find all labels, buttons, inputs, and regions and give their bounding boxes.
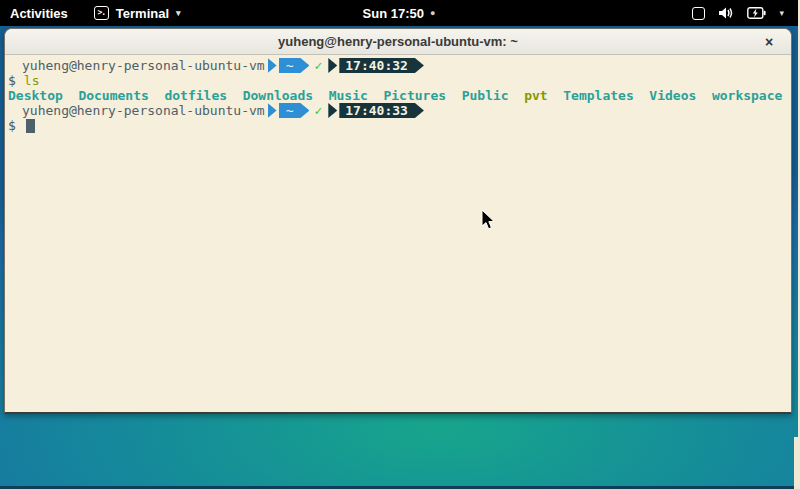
app-menu-terminal[interactable]: >. Terminal ▾	[94, 6, 181, 21]
text-cursor	[26, 119, 35, 133]
clock-label: Sun 17:50	[363, 6, 424, 21]
dir-entry: dotfiles	[164, 88, 227, 103]
dir-entry: workspace	[712, 88, 782, 103]
link-entry: pvt	[524, 88, 547, 103]
screen-right-edge-artifact	[794, 437, 800, 489]
top-bar: Activities >. Terminal ▾ Sun 17:50 ● ▾	[0, 0, 798, 26]
prompt-time-segment: 17:40:32	[339, 58, 424, 73]
dir-entry: Desktop	[8, 88, 63, 103]
mouse-pointer-icon	[481, 209, 497, 231]
prompt-line-1: yuheng@henry-personal-ubuntu-vm ~ ✓ 17:4…	[8, 58, 788, 73]
dir-entry: Music	[329, 88, 368, 103]
terminal-icon: >.	[94, 6, 109, 20]
prompt-symbol: $	[8, 73, 16, 88]
chevron-down-icon: ▾	[779, 8, 784, 18]
app-menu-label: Terminal	[116, 6, 169, 21]
terminal-window: yuheng@henry-personal-ubuntu-vm: ~ × yuh…	[4, 28, 792, 414]
powerline-arrow-icon	[268, 103, 277, 118]
prompt-user-host: yuheng@henry-personal-ubuntu-vm	[22, 58, 265, 73]
close-button[interactable]: ×	[759, 29, 779, 55]
powerline-arrow-icon	[328, 58, 337, 73]
battery-charging-icon	[747, 7, 766, 19]
prompt-user-host: yuheng@henry-personal-ubuntu-vm	[22, 103, 265, 118]
system-status-area[interactable]: ▾	[692, 6, 798, 20]
window-titlebar[interactable]: yuheng@henry-personal-ubuntu-vm: ~ ×	[5, 29, 791, 55]
prompt-cwd-segment: ~	[279, 58, 310, 73]
prompt-line-2: yuheng@henry-personal-ubuntu-vm ~ ✓ 17:4…	[8, 103, 788, 118]
screen-share-icon	[692, 7, 705, 20]
dir-entry: Downloads	[243, 88, 313, 103]
ls-output: DesktopDocumentsdotfilesDownloadsMusicPi…	[8, 88, 788, 103]
dir-entry: Pictures	[383, 88, 446, 103]
volume-icon	[718, 6, 734, 20]
activities-button[interactable]: Activities	[10, 6, 68, 21]
prompt-time-segment: 17:40:33	[339, 103, 424, 118]
window-title: yuheng@henry-personal-ubuntu-vm: ~	[278, 34, 518, 49]
input-line[interactable]: $	[8, 118, 788, 133]
prompt-cwd-segment: ~	[279, 103, 310, 118]
dir-entry: Documents	[78, 88, 148, 103]
recording-indicator-icon: ●	[430, 9, 435, 18]
status-check-icon: ✓	[314, 103, 322, 118]
command-text: ls	[24, 73, 40, 88]
command-line: $ls	[8, 73, 788, 88]
chevron-down-icon: ▾	[176, 8, 181, 18]
status-check-icon: ✓	[314, 58, 322, 73]
terminal-content[interactable]: yuheng@henry-personal-ubuntu-vm ~ ✓ 17:4…	[5, 55, 791, 136]
dir-entry: Public	[462, 88, 509, 103]
clock-menu[interactable]: Sun 17:50 ●	[363, 6, 436, 21]
dir-entry: Videos	[649, 88, 696, 103]
dir-entry: Templates	[563, 88, 633, 103]
powerline-arrow-icon	[328, 103, 337, 118]
powerline-arrow-icon	[268, 58, 277, 73]
prompt-symbol: $	[8, 118, 16, 133]
